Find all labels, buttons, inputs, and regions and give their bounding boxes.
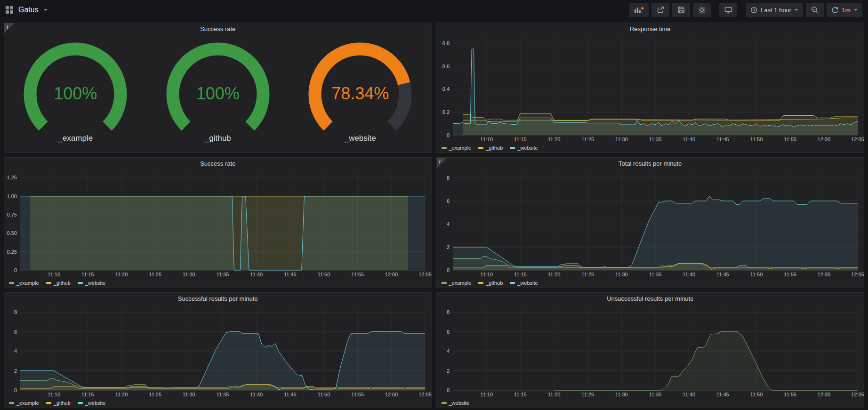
add-panel-button[interactable] [629, 3, 649, 17]
legend-label: _github [54, 280, 71, 286]
svg-text:11:50: 11:50 [750, 137, 763, 142]
legend-label: _website [85, 280, 105, 286]
panel-title[interactable]: Successful results per minute [4, 293, 432, 305]
gauge-value: 100% [9, 84, 141, 104]
share-button[interactable] [651, 3, 669, 17]
legend-item-github[interactable]: _github [46, 280, 71, 286]
legend-item-website[interactable]: _website [510, 280, 538, 286]
svg-text:11:50: 11:50 [318, 392, 330, 397]
settings-button[interactable] [693, 3, 711, 17]
legend-item-website[interactable]: _website [510, 145, 538, 151]
legend-item-github[interactable]: _github [478, 145, 503, 151]
legend-item-website[interactable]: _website [78, 280, 105, 286]
svg-text:11:30: 11:30 [615, 272, 627, 277]
response-time-chart[interactable]: 11:1011:1511:2011:2511:3011:3511:4011:45… [437, 35, 864, 143]
svg-text:11:20: 11:20 [115, 392, 128, 397]
svg-text:11:25: 11:25 [581, 137, 594, 142]
svg-text:11:45: 11:45 [716, 137, 729, 142]
zoom-out-button[interactable] [806, 3, 824, 17]
monitor-icon [724, 6, 732, 14]
svg-text:11:25: 11:25 [149, 392, 161, 397]
chevron-down-icon [854, 9, 858, 11]
successful-results-chart[interactable]: 11:1011:1511:2011:2511:3011:3511:4011:45… [4, 305, 432, 398]
svg-text:11:25: 11:25 [581, 392, 594, 397]
legend-label: _example [16, 400, 39, 406]
chart-legend: _example_github_website [437, 278, 864, 288]
svg-text:11:55: 11:55 [784, 272, 796, 277]
svg-text:11:15: 11:15 [514, 137, 526, 142]
clock-icon [750, 7, 757, 14]
panel-success-rate-gauges: i Success rate 100% _example 100% _githu… [4, 23, 432, 153]
svg-text:11:25: 11:25 [149, 272, 161, 277]
legend-item-example[interactable]: _example [442, 145, 472, 151]
svg-text:1.25: 1.25 [7, 175, 17, 180]
svg-text:0: 0 [14, 387, 17, 393]
dashboard-grid: i Success rate 100% _example 100% _githu… [0, 20, 868, 410]
gear-icon [698, 6, 706, 14]
svg-text:11:40: 11:40 [250, 392, 263, 397]
svg-text:11:40: 11:40 [683, 137, 695, 142]
svg-text:11:45: 11:45 [716, 392, 729, 397]
svg-text:11:20: 11:20 [547, 137, 560, 142]
svg-text:12:05: 12:05 [418, 272, 432, 277]
svg-text:11:50: 11:50 [750, 392, 763, 397]
panel-title[interactable]: Success rate [4, 23, 432, 35]
grafana-logo-icon [6, 6, 13, 14]
success-rate-chart[interactable]: 11:1011:1511:2011:2511:3011:3511:4011:45… [4, 169, 432, 278]
svg-text:11:40: 11:40 [250, 272, 263, 277]
svg-text:0.50: 0.50 [7, 230, 17, 236]
gauge-label: _github [205, 134, 231, 143]
svg-text:11:55: 11:55 [351, 392, 364, 397]
svg-text:11:15: 11:15 [81, 272, 94, 277]
legend-item-website[interactable]: _website [442, 400, 469, 406]
svg-text:11:45: 11:45 [716, 272, 729, 277]
svg-text:11:40: 11:40 [683, 272, 695, 277]
panel-unsuccessful-results: Unsuccessful results per minute 11:1011:… [436, 292, 865, 408]
legend-swatch [78, 402, 83, 404]
dashboard-picker[interactable]: Gatus [6, 6, 48, 14]
svg-text:0.6: 0.6 [442, 64, 449, 69]
svg-text:11:30: 11:30 [615, 137, 627, 142]
tv-mode-button[interactable] [719, 3, 737, 17]
svg-text:11:30: 11:30 [183, 272, 195, 277]
svg-text:0.2: 0.2 [442, 109, 449, 115]
legend-item-github[interactable]: _github [478, 280, 503, 286]
svg-text:11:10: 11:10 [480, 137, 493, 142]
svg-text:12:00: 12:00 [385, 272, 398, 277]
gauge-website: 78.34% _website [294, 39, 426, 143]
panel-title[interactable]: Unsuccessful results per minute [437, 293, 864, 305]
svg-text:11:15: 11:15 [514, 392, 526, 397]
save-button[interactable] [672, 3, 690, 17]
panel-title[interactable]: Response time [437, 23, 864, 35]
total-results-chart[interactable]: 11:1011:1511:2011:2511:3011:3511:4011:45… [437, 169, 864, 278]
legend-item-website[interactable]: _website [78, 400, 105, 406]
legend-label: _example [449, 145, 472, 151]
svg-text:0: 0 [14, 267, 17, 273]
legend-label: _website [449, 400, 469, 406]
svg-text:11:35: 11:35 [649, 272, 661, 277]
panel-info-corner[interactable] [4, 23, 15, 33]
svg-text:11:50: 11:50 [318, 272, 330, 277]
panel-title[interactable]: Total results per minute [437, 158, 864, 169]
svg-text:11:30: 11:30 [183, 392, 195, 397]
legend-swatch [9, 282, 14, 284]
panel-successful-results: Successful results per minute 11:1011:15… [4, 292, 432, 408]
legend-item-example[interactable]: _example [9, 400, 39, 406]
svg-text:11:40: 11:40 [683, 392, 695, 397]
legend-item-example[interactable]: _example [442, 280, 472, 286]
legend-swatch [478, 282, 483, 284]
legend-item-github[interactable]: _github [46, 400, 71, 406]
chart-legend: _website [437, 398, 864, 408]
legend-item-example[interactable]: _example [9, 280, 39, 286]
svg-text:11:55: 11:55 [784, 392, 796, 397]
panel-title[interactable]: Success rate [4, 158, 432, 169]
panel-info-corner[interactable] [437, 158, 447, 168]
refresh-button[interactable]: 1m [827, 3, 862, 17]
dashboard-title: Gatus [18, 6, 39, 14]
unsuccessful-results-chart[interactable]: 11:1011:1511:2011:2511:3011:3511:4011:45… [437, 305, 864, 398]
time-range-picker[interactable]: Last 1 hour [746, 3, 803, 17]
svg-text:11:20: 11:20 [115, 272, 128, 277]
svg-text:1.00: 1.00 [7, 193, 17, 199]
gauge-github: 100% _github [152, 39, 284, 143]
info-icon: i [439, 159, 441, 164]
